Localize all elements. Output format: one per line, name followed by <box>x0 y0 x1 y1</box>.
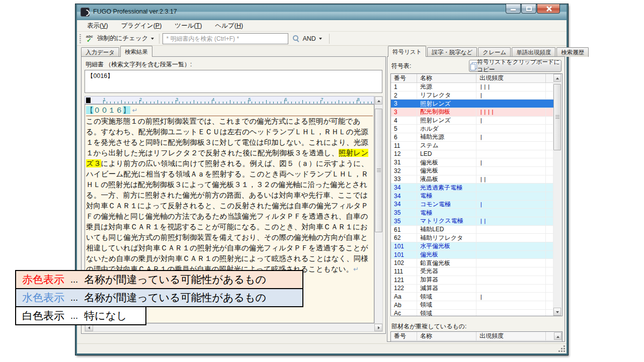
table-row[interactable]: 61 補助LED <box>391 226 553 234</box>
row-number: 34 <box>391 201 417 209</box>
legend-color-label: 赤色表示 <box>22 273 64 287</box>
close-button[interactable] <box>537 4 560 14</box>
row-name: 補助LED <box>417 226 476 234</box>
table-row[interactable]: 2 リフレクタ | <box>391 92 553 100</box>
menu-item[interactable]: ツール(T) <box>175 22 202 30</box>
table-row[interactable]: 1 光源 ||| <box>391 83 553 92</box>
boolean-mode-dropdown-icon[interactable] <box>319 38 322 40</box>
row-name: LED <box>417 150 476 158</box>
scroll-right-arrow[interactable] <box>374 324 382 331</box>
paragraph-list-item[interactable]: 【0016】 <box>85 70 382 82</box>
copy-sign-list-button[interactable]: 符号リストをクリップボードにコピー <box>469 60 561 72</box>
status-bar <box>77 343 567 353</box>
table-row[interactable]: 3 配光制御板 |||| <box>391 108 553 117</box>
menu-item[interactable]: 表示(V) <box>87 22 108 30</box>
table-row[interactable]: 4 照射レンズ | <box>391 117 553 125</box>
right-panel-tab[interactable]: 検索履歴 <box>556 47 589 57</box>
row-number: 35 <box>391 217 417 225</box>
table-row[interactable]: 34 電極 <box>391 192 553 201</box>
table-row[interactable]: 62 補助リフレクタ <box>391 234 553 242</box>
legend-item: 水色表示 ... 名称が間違っている可能性があるもの <box>15 288 303 307</box>
row-number: 6 <box>391 133 417 141</box>
menu-item[interactable]: ヘルプ(H) <box>215 22 243 30</box>
row-number: 62 <box>391 234 417 242</box>
title-bar[interactable]: FUGO Professional ver.2.3.17 <box>77 4 567 20</box>
scrollbar-thumb[interactable] <box>553 84 561 150</box>
row-number: 101 <box>391 242 417 250</box>
force-check-button[interactable]: abc✓ 強制的にチェック <box>84 33 156 45</box>
row-name: 受光器 <box>417 267 476 276</box>
right-panel-tab[interactable]: 誤字・脱字など <box>427 47 477 57</box>
resize-grip[interactable] <box>558 345 565 352</box>
table-row[interactable]: 33 液晶板 || <box>391 175 553 184</box>
row-frequency <box>476 259 546 267</box>
row-frequency: | <box>476 201 546 209</box>
table-row[interactable]: 121 加算器 <box>391 276 553 285</box>
minimize-button[interactable] <box>506 4 521 14</box>
ruler-number: 5 <box>248 97 284 102</box>
table-row[interactable]: 35 マトリクス電極 || <box>391 217 553 226</box>
right-panel-tab[interactable]: 単語出現頻度 <box>512 47 555 57</box>
scroll-up-arrow[interactable] <box>554 332 561 340</box>
row-number: 61 <box>391 226 417 234</box>
menu-item[interactable]: プラグイン(P) <box>121 22 162 30</box>
table-row[interactable]: Ac 領域 <box>391 310 553 316</box>
row-frequency: | <box>476 92 546 100</box>
row-name: 照射レンズ <box>417 100 476 108</box>
right-panel-tab[interactable]: クレーム <box>478 47 511 57</box>
row-number: 2 <box>391 92 417 100</box>
left-panel-tab[interactable]: 検索結果 <box>120 46 152 57</box>
scrollbar-thumb[interactable] <box>375 109 382 232</box>
app-icon <box>80 8 90 17</box>
row-frequency <box>476 125 546 133</box>
table-row[interactable]: 3 照射レンズ <box>391 100 553 108</box>
table-row[interactable]: 101 水平偏光板 <box>391 242 553 251</box>
ruler-origin-marker <box>86 98 91 103</box>
table-row[interactable]: 102 鉛直偏光板 <box>391 259 553 267</box>
table-row[interactable]: 35 電極 <box>391 209 553 217</box>
table-row[interactable]: 12 LED <box>391 150 553 159</box>
paragraph-listbox[interactable]: 【0016】 <box>85 70 382 93</box>
table-row[interactable]: 31 偏光板 | <box>391 158 553 167</box>
row-name: 領域 <box>417 293 476 301</box>
row-name: 偏光板 <box>417 158 476 166</box>
table-row[interactable]: 11 ステム <box>391 142 553 150</box>
row-number: 5 <box>391 125 417 133</box>
row-frequency <box>476 267 546 276</box>
row-name: 領域 <box>417 301 476 309</box>
table-row[interactable]: 5 ホルダ <box>391 125 553 133</box>
editor-ruler: 12345678 <box>85 96 374 104</box>
row-frequency <box>476 100 546 108</box>
editor-vertical-scrollbar[interactable] <box>374 96 383 332</box>
table-row[interactable]: Ab 領域 <box>391 301 553 310</box>
minimize-icon <box>511 9 516 11</box>
table-row[interactable]: 34 コモン電極 | <box>391 201 553 209</box>
scroll-up-arrow[interactable] <box>375 97 382 105</box>
table-row[interactable]: Aa 領域 | <box>391 293 553 301</box>
window-title: FUGO Professional ver.2.3.17 <box>93 8 177 15</box>
table-row[interactable]: 34 光透過素子電極 <box>391 184 553 192</box>
left-panel-tab[interactable]: 入力データ <box>81 47 119 57</box>
table-row[interactable]: 6 補助光源 | <box>391 133 553 142</box>
duplicate-parts-label: 部材名が重複しているもの: <box>391 322 466 331</box>
sign-table: 番号 名称 出現頻度 1 光源 ||| 2 <box>390 73 562 316</box>
right-panel: 符号表: 符号リストをクリップボードにコピー 番号 名称 出現頻度 1 光源 <box>387 56 565 342</box>
table-row[interactable]: 122 減算器 <box>391 285 553 293</box>
row-frequency: || <box>476 217 546 225</box>
right-panel-tab[interactable]: 符号リスト <box>388 46 426 57</box>
table-row[interactable]: 32 偏光板 <box>391 167 553 175</box>
row-number: 122 <box>391 285 417 293</box>
scroll-down-arrow[interactable] <box>553 308 561 316</box>
row-number: 32 <box>391 167 417 175</box>
table-row[interactable]: 111 受光器 <box>391 267 553 276</box>
search-input[interactable] <box>163 33 288 44</box>
toolbar-grip[interactable] <box>79 34 81 43</box>
chevron-down-icon[interactable] <box>151 38 154 40</box>
scroll-up-arrow[interactable] <box>553 74 561 82</box>
table-row[interactable]: 101 偏光板 <box>391 251 553 259</box>
row-name: 光透過素子電極 <box>417 184 476 192</box>
force-check-label: 強制的にチェック <box>97 34 148 43</box>
maximize-button[interactable] <box>521 4 536 14</box>
row-frequency <box>476 234 546 242</box>
sign-table-scrollbar[interactable] <box>553 74 562 316</box>
